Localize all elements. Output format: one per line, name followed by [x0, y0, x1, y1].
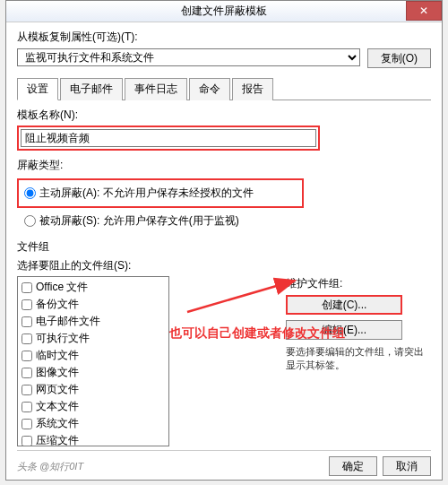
filegroup-item-label: 电子邮件文件 [36, 314, 100, 329]
filegroup-item-label: 系统文件 [36, 416, 79, 431]
list-item[interactable]: 网页文件 [18, 381, 168, 398]
list-item[interactable]: 系统文件 [18, 415, 168, 432]
tab-strip: 设置 电子邮件 事件日志 命令 报告 [17, 77, 431, 100]
filegroup-listbox[interactable]: Office 文件备份文件电子邮件文件可执行文件临时文件图像文件网页文件文本文件… [17, 276, 169, 446]
annotation-text: 也可以自己创建或者修改文件组 [169, 325, 345, 342]
filegroup-section: Office 文件备份文件电子邮件文件可执行文件临时文件图像文件网页文件文本文件… [17, 276, 431, 446]
copy-from-row: 监视可执行文件和系统文件 复制(O) [17, 48, 431, 68]
radio-active-group: 主动屏蔽(A): 不允许用户保存未经授权的文件 [17, 178, 304, 208]
filegroup-checkbox[interactable] [22, 316, 32, 327]
list-item[interactable]: 临时文件 [18, 347, 168, 364]
tab-command[interactable]: 命令 [189, 78, 230, 100]
filegroup-item-label: 网页文件 [36, 382, 79, 397]
radio-passive-label: 被动屏蔽(S): 允许用户保存文件(用于监视) [39, 213, 239, 229]
cancel-button[interactable]: 取消 [383, 456, 431, 476]
list-item[interactable]: 电子邮件文件 [18, 313, 168, 330]
dialog-window: 创建文件屏蔽模板 ✕ 从模板复制属性(可选)(T): 监视可执行文件和系统文件 … [5, 0, 443, 481]
maintain-hint: 要选择要编辑的文件组，请突出显示其标签。 [286, 345, 429, 373]
filegroup-item-label: 图像文件 [36, 365, 79, 380]
copy-button[interactable]: 复制(O) [367, 48, 431, 68]
filegroup-checkbox[interactable] [22, 419, 32, 429]
filegroup-checkbox[interactable] [22, 402, 32, 412]
filegroup-checkbox[interactable] [22, 282, 32, 293]
filegroup-checkbox[interactable] [22, 333, 32, 344]
svg-line-1 [187, 281, 295, 312]
list-item[interactable]: 可执行文件 [18, 330, 168, 347]
close-icon: ✕ [419, 4, 428, 17]
list-item[interactable]: 备份文件 [18, 296, 168, 313]
list-item[interactable]: 压缩文件 [18, 432, 168, 446]
filegroup-checkbox[interactable] [22, 436, 32, 446]
filegroup-checkbox[interactable] [22, 351, 32, 361]
copy-from-label: 从模板复制属性(可选)(T): [17, 30, 431, 45]
filegroup-checkbox[interactable] [22, 368, 32, 378]
tab-settings[interactable]: 设置 [17, 78, 58, 100]
radio-active-label: 主动屏蔽(A): 不允许用户保存未经授权的文件 [39, 186, 254, 201]
template-combo[interactable]: 监视可执行文件和系统文件 [17, 48, 360, 66]
screen-type-label: 屏蔽类型: [17, 158, 431, 173]
tab-eventlog[interactable]: 事件日志 [125, 78, 187, 100]
filegroup-item-label: 文本文件 [36, 399, 79, 414]
annotation-arrow [178, 267, 313, 321]
template-name-input[interactable] [21, 129, 316, 147]
filegroup-item-label: 可执行文件 [36, 331, 90, 346]
watermark: 头条 @知行0IT [17, 460, 83, 473]
filegroup-checkbox[interactable] [22, 385, 32, 395]
dialog-content: 从模板复制属性(可选)(T): 监视可执行文件和系统文件 复制(O) 设置 电子… [6, 22, 442, 454]
filegroup-label: 文件组 [17, 239, 431, 255]
close-button[interactable]: ✕ [406, 1, 442, 21]
list-item[interactable]: 文本文件 [18, 398, 168, 415]
dialog-footer: 头条 @知行0IT 确定 取消 [17, 450, 431, 476]
tab-report[interactable]: 报告 [232, 78, 273, 100]
filegroup-item-label: 备份文件 [36, 297, 79, 312]
titlebar: 创建文件屏蔽模板 ✕ [6, 1, 442, 22]
list-item[interactable]: 图像文件 [18, 364, 168, 381]
ok-button[interactable]: 确定 [329, 456, 377, 476]
filegroup-item-label: 临时文件 [36, 348, 79, 363]
filegroup-item-label: Office 文件 [36, 280, 88, 295]
radio-passive[interactable] [24, 215, 36, 227]
radio-active[interactable] [24, 187, 36, 199]
tab-email[interactable]: 电子邮件 [60, 78, 123, 100]
template-name-label: 模板名称(N): [17, 108, 431, 123]
dialog-title: 创建文件屏蔽模板 [181, 4, 267, 19]
filegroup-checkbox[interactable] [22, 299, 32, 310]
filegroup-item-label: 压缩文件 [36, 433, 79, 446]
list-item[interactable]: Office 文件 [18, 279, 168, 296]
